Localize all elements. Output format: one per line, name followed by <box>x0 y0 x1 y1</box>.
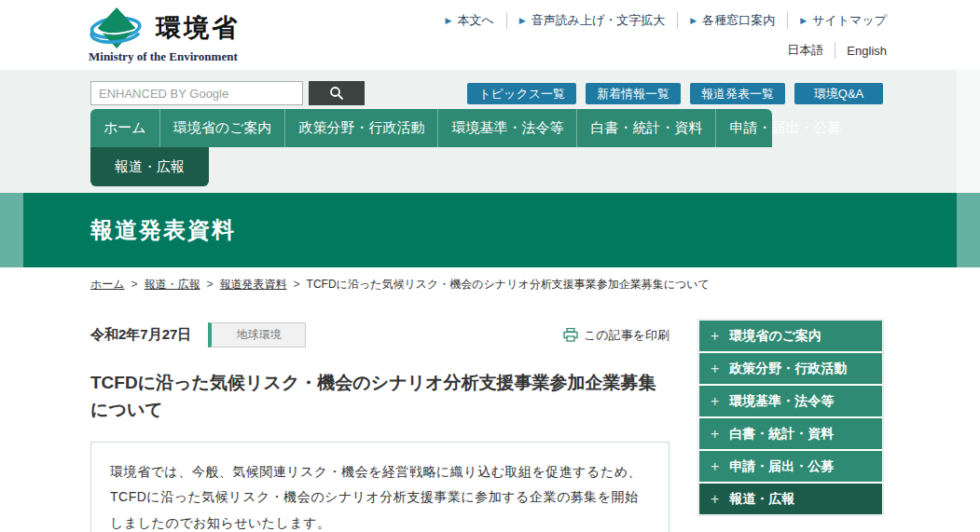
logo-title: 環境省 <box>156 11 240 45</box>
sidebar-item-about[interactable]: + 環境省のご案内 <box>699 321 882 351</box>
utility-link-main-content[interactable]: ▶ 本文へ <box>434 12 507 29</box>
print-article-link[interactable]: この記事を印刷 <box>563 327 669 344</box>
utility-nav: ▶ 本文へ ▶ 音声読み上げ・文字拡大 ▶ 各種窓口案内 ▶ サイトマップ 日本… <box>434 12 887 59</box>
environment-ministry-logo-icon <box>89 7 146 49</box>
utility-link-label: 音声読み上げ・文字拡大 <box>531 12 666 29</box>
lang-link-english[interactable]: English <box>835 44 887 58</box>
search-nav-band: トピックス一覧 新着情報一覧 報道発表一覧 環境Q&A ホーム 環境省のご案内 … <box>0 70 980 193</box>
breadcrumb-link-press-releases[interactable]: 報道発表資料 <box>220 278 287 291</box>
sidebar-item-label: 環境基準・法令等 <box>729 393 834 410</box>
search-button[interactable] <box>309 81 365 105</box>
language-switcher: 日本語 English <box>434 42 887 59</box>
triangle-icon: ▶ <box>800 16 807 25</box>
lang-link-japanese[interactable]: 日本語 <box>776 42 835 59</box>
nav-item-standards[interactable]: 環境基準・法令等 <box>437 109 576 147</box>
plus-icon: + <box>711 491 719 508</box>
category-tag[interactable]: 地球環境 <box>208 322 306 348</box>
breadcrumb-separator: > <box>294 278 300 291</box>
utility-link-sitemap[interactable]: ▶ サイトマップ <box>788 12 887 29</box>
article-meta-row: 令和2年7月27日 地球環境 この記事を印刷 <box>90 322 669 348</box>
plus-icon: + <box>711 458 719 475</box>
sidebar-item-press[interactable]: + 報道・広報 <box>699 484 882 514</box>
breadcrumb-link-press[interactable]: 報道・広報 <box>145 278 200 291</box>
print-link-label: この記事を印刷 <box>584 327 669 344</box>
triangle-icon: ▶ <box>690 16 697 25</box>
content-area: 令和2年7月27日 地球環境 この記事を印刷 TCFDに沿った気候リスク・機会の… <box>0 293 980 532</box>
banner-left-strip <box>0 193 23 267</box>
nav-item-home[interactable]: ホーム <box>90 109 159 147</box>
ministry-logo[interactable]: 環境省 Ministry of the Environment <box>89 7 240 64</box>
breadcrumb-current: TCFDに沿った気候リスク・機会のシナリオ分析支援事業参加企業募集について <box>307 278 710 291</box>
sidebar-item-label: 申請・届出・公募 <box>729 458 834 475</box>
band-right-strip <box>957 70 980 193</box>
page-banner: 報道発表資料 <box>0 193 980 267</box>
utility-link-accessibility[interactable]: ▶ 音声読み上げ・文字拡大 <box>507 12 679 29</box>
article-body-box: 環境省では、今般、気候関連リスク・機会を経営戦略に織り込む取組を促進するため、T… <box>90 442 669 532</box>
printer-icon <box>563 328 578 342</box>
breadcrumb-link-home[interactable]: ホーム <box>90 278 125 291</box>
page-title: 報道発表資料 <box>90 193 236 267</box>
triangle-icon: ▶ <box>519 16 526 25</box>
triangle-icon: ▶ <box>446 16 452 25</box>
sidebar-item-standards[interactable]: + 環境基準・法令等 <box>699 386 882 416</box>
sidebar-item-label: 政策分野・行政活動 <box>729 361 847 377</box>
nav-item-press-active[interactable]: 報道・広報 <box>90 147 209 186</box>
site-search <box>90 81 365 105</box>
new-info-list-button[interactable]: 新着情報一覧 <box>586 83 681 104</box>
utility-link-contact[interactable]: ▶ 各種窓口案内 <box>678 12 788 29</box>
sidebar-item-label: 環境省のご案内 <box>729 328 821 345</box>
nav-item-policy[interactable]: 政策分野・行政活動 <box>284 109 437 147</box>
sidebar-item-policy[interactable]: + 政策分野・行政活動 <box>699 353 882 384</box>
utility-link-label: 本文へ <box>457 12 493 29</box>
logo-subtitle: Ministry of the Environment <box>89 49 240 64</box>
sidebar-menu: + 環境省のご案内 + 政策分野・行政活動 + 環境基準・法令等 + 白書・統計… <box>697 319 884 516</box>
utility-link-label: サイトマップ <box>812 12 887 29</box>
article-column: 令和2年7月27日 地球環境 この記事を印刷 TCFDに沿った気候リスク・機会の… <box>90 293 669 532</box>
article-body-text: 環境省では、今般、気候関連リスク・機会を経営戦略に織り込む取組を促進するため、T… <box>110 464 642 530</box>
plus-icon: + <box>711 361 719 377</box>
topics-list-button[interactable]: トピックス一覧 <box>467 83 576 104</box>
nav-item-applications[interactable]: 申請・届出・公募 <box>715 109 854 147</box>
sidebar-item-applications[interactable]: + 申請・届出・公募 <box>699 451 882 482</box>
banner-right-strip <box>957 193 980 267</box>
quick-buttons: トピックス一覧 新着情報一覧 報道発表一覧 環境Q&A <box>458 83 883 104</box>
nav-item-whitepapers[interactable]: 白書・統計・資料 <box>576 109 715 147</box>
environment-qa-button[interactable]: 環境Q&A <box>794 83 883 104</box>
sidebar-item-label: 報道・広報 <box>729 491 794 508</box>
sidebar-item-label: 白書・統計・資料 <box>729 426 834 443</box>
breadcrumb-separator: > <box>207 278 214 291</box>
article-title: TCFDに沿った気候リスク・機会のシナリオ分析支援事業参加企業募集について <box>90 370 669 423</box>
magnifier-icon <box>329 86 344 101</box>
sidebar-item-whitepapers[interactable]: + 白書・統計・資料 <box>699 418 882 449</box>
press-release-list-button[interactable]: 報道発表一覧 <box>690 83 785 104</box>
global-nav: ホーム 環境省のご案内 政策分野・行政活動 環境基準・法令等 白書・統計・資料 … <box>90 109 772 147</box>
breadcrumb: ホーム>報道・広報>報道発表資料>TCFDに沿った気候リスク・機会のシナリオ分析… <box>90 277 887 293</box>
search-input[interactable] <box>90 81 303 105</box>
plus-icon: + <box>711 328 719 345</box>
breadcrumb-separator: > <box>131 278 138 291</box>
utility-link-label: 各種窓口案内 <box>702 12 775 29</box>
article-date: 令和2年7月27日 <box>90 326 191 344</box>
plus-icon: + <box>711 393 719 410</box>
nav-item-about[interactable]: 環境省のご案内 <box>159 109 285 147</box>
site-header: 環境省 Ministry of the Environment ▶ 本文へ ▶ … <box>0 0 980 70</box>
plus-icon: + <box>711 426 719 443</box>
